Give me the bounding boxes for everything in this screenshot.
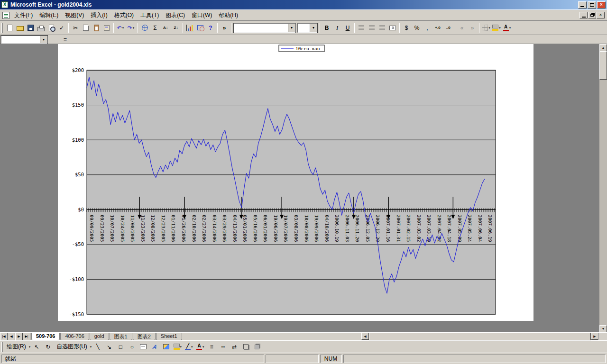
draw-rectangle-button[interactable]: □	[115, 342, 126, 352]
workbook-icon[interactable]	[2, 12, 9, 19]
toolbar-sort-ascending-button[interactable]: A↓	[160, 23, 171, 33]
scroll-up-button[interactable]: ▲	[599, 44, 607, 51]
toolbar-decrease-indent-button[interactable]: «	[457, 23, 467, 33]
toolbar-percent-button[interactable]: %	[412, 23, 422, 33]
menu-item-8[interactable]: 帮助(H)	[215, 10, 241, 21]
toolbar-cut-button[interactable]: ✂	[70, 23, 81, 33]
draw-line-button[interactable]: ╲	[92, 342, 103, 352]
toolbar-sort-descending-button[interactable]: Z↓	[171, 23, 181, 33]
name-box[interactable]: ▾	[1, 36, 47, 44]
workbook-restore-button[interactable]	[588, 12, 596, 18]
toolbar-italic-button[interactable]: I	[332, 23, 342, 33]
toolbar-font-combo-button[interactable]: ▾	[233, 23, 296, 33]
toolbar-align-left-button[interactable]	[356, 23, 367, 33]
toolbar-spelling-button[interactable]: ✓	[56, 23, 67, 33]
scroll-down-button[interactable]: ▼	[599, 325, 607, 332]
toolbar-decrease-decimal-button[interactable]: -.0	[443, 23, 453, 33]
draw-font-color-button[interactable]: A▾	[195, 342, 205, 352]
vertical-scrollbar[interactable]: ▲ ▼	[599, 44, 607, 332]
draw-clip-art-button[interactable]	[161, 342, 171, 352]
toolbar-insert-hyperlink-button[interactable]	[139, 23, 150, 33]
toolbar-increase-indent-button[interactable]: »	[467, 23, 478, 33]
toolbar-redo-button[interactable]: ↷▾	[126, 23, 136, 33]
toolbar-format-painter-button[interactable]	[101, 23, 112, 33]
chevron-down-icon[interactable]: ▾	[40, 36, 47, 43]
sheet-tab-509-706[interactable]: 509-706	[31, 333, 60, 340]
chevron-down-icon[interactable]: ▾	[191, 345, 193, 349]
toolbar-drawing-button[interactable]	[195, 23, 205, 33]
sheet-tab-406-706[interactable]: 406-706	[60, 333, 89, 340]
vertical-scroll-track[interactable]	[599, 80, 607, 325]
toolbar-align-right-button[interactable]	[377, 23, 387, 33]
chevron-down-icon[interactable]: ▾	[202, 345, 204, 349]
draw-dash-style-button[interactable]: ┅	[218, 342, 228, 352]
toolbar-undo-button[interactable]: ↶▾	[115, 23, 126, 33]
chevron-down-icon[interactable]: ▾	[288, 24, 295, 32]
toolbar-more-buttons-button[interactable]: »	[219, 23, 230, 33]
draw-autoshapes-menu-button[interactable]: 自选图形(U)▾	[54, 342, 92, 352]
chevron-down-icon[interactable]: ▾	[488, 26, 490, 30]
tab-scroll-button-3[interactable]: ▶|	[23, 333, 30, 340]
toolbar-copy-button[interactable]	[81, 23, 91, 33]
draw-line-color-button[interactable]: ╱▾	[184, 342, 194, 352]
chevron-down-icon[interactable]: ▾	[90, 345, 92, 349]
draw-draw-menu-button[interactable]: 绘图(R)▾	[4, 342, 30, 352]
toolbar-borders-button[interactable]: ▾	[481, 23, 491, 33]
menu-item-0[interactable]: 文件(F)	[11, 10, 36, 21]
toolbar-print-preview-button[interactable]	[46, 23, 56, 33]
toolbar-align-center-button[interactable]	[367, 23, 377, 33]
draw-select-objects-button[interactable]: ↖	[31, 342, 42, 352]
close-button[interactable]: ×	[597, 1, 606, 9]
draw-arrow-button[interactable]: ↘	[104, 342, 114, 352]
sheet-tab-gold[interactable]: gold	[90, 333, 109, 340]
sheet-tab-图表1[interactable]: 图表1	[110, 333, 132, 340]
plot-area[interactable]	[87, 70, 496, 314]
horizontal-scrollbar[interactable]: ◀ ▶	[361, 333, 598, 340]
toolbar-print-button[interactable]	[36, 23, 46, 33]
minimize-button[interactable]	[578, 1, 587, 9]
toolbar-increase-decimal-button[interactable]: +.0	[432, 23, 443, 33]
toolbar-open-button[interactable]	[15, 23, 25, 33]
workbook-minimize-button[interactable]	[579, 12, 588, 18]
toolbar-comma-button[interactable]: ,	[422, 23, 432, 33]
toolbar-fill-color-button[interactable]: ▾	[491, 23, 502, 33]
toolbar-new-button[interactable]	[4, 23, 15, 33]
menu-item-7[interactable]: 窗口(W)	[188, 10, 215, 21]
chevron-down-icon[interactable]: ▾	[29, 345, 31, 349]
menu-item-2[interactable]: 视图(V)	[62, 10, 87, 21]
tab-scroll-button-2[interactable]: ▶	[15, 333, 23, 340]
toolbar-bold-button[interactable]: B	[322, 23, 332, 33]
menu-item-1[interactable]: 编辑(E)	[36, 10, 62, 21]
chevron-down-icon[interactable]: ▾	[133, 26, 135, 30]
maximize-button[interactable]	[588, 1, 596, 9]
toolbar-font-size-combo-button[interactable]: ▾	[296, 23, 318, 33]
menu-item-4[interactable]: 格式(O)	[111, 10, 137, 21]
draw-arrow-style-button[interactable]: ⇄	[229, 342, 239, 352]
toolbar-chart-wizard-button[interactable]	[184, 23, 195, 33]
toolbar-currency-button[interactable]: $	[401, 23, 412, 33]
chevron-down-icon[interactable]: ▾	[180, 345, 182, 349]
tab-scroll-button-0[interactable]: |◀	[0, 333, 8, 340]
sheet-tab-图表2[interactable]: 图表2	[133, 333, 156, 340]
legend[interactable]: 10cru-xau	[279, 45, 324, 52]
chevron-down-icon[interactable]: ▾	[310, 24, 317, 32]
draw-three-d-button[interactable]	[252, 342, 262, 352]
toolbar-font-color-button[interactable]: A▾	[502, 23, 512, 33]
draw-oval-button[interactable]: ○	[127, 342, 137, 352]
draw-fill-color-button[interactable]: ▾	[172, 342, 183, 352]
toolbar-save-button[interactable]	[25, 23, 36, 33]
menu-item-3[interactable]: 插入(I)	[87, 10, 110, 21]
menu-item-5[interactable]: 工具(T)	[137, 10, 162, 21]
draw-free-rotate-button[interactable]: ↻	[43, 342, 53, 352]
vertical-scroll-thumb[interactable]	[599, 51, 607, 80]
toolbar-autosum-button[interactable]: Σ	[150, 23, 160, 33]
chevron-down-icon[interactable]: ▾	[122, 26, 124, 30]
sheet-tab-Sheet1[interactable]: Sheet1	[156, 333, 182, 340]
font-combo[interactable]: ▾	[234, 23, 295, 33]
chart-sheet-page[interactable]: $200$150$100$50$0-$50-$100-$15009/09/200…	[58, 44, 533, 321]
toolbar-underline-button[interactable]: U	[342, 23, 353, 33]
draw-shadow-button[interactable]	[240, 342, 251, 352]
draw-text-box-button[interactable]	[138, 342, 148, 352]
draw-line-style-button[interactable]: ≡	[206, 342, 217, 352]
scroll-right-button[interactable]: ▶	[591, 333, 598, 340]
